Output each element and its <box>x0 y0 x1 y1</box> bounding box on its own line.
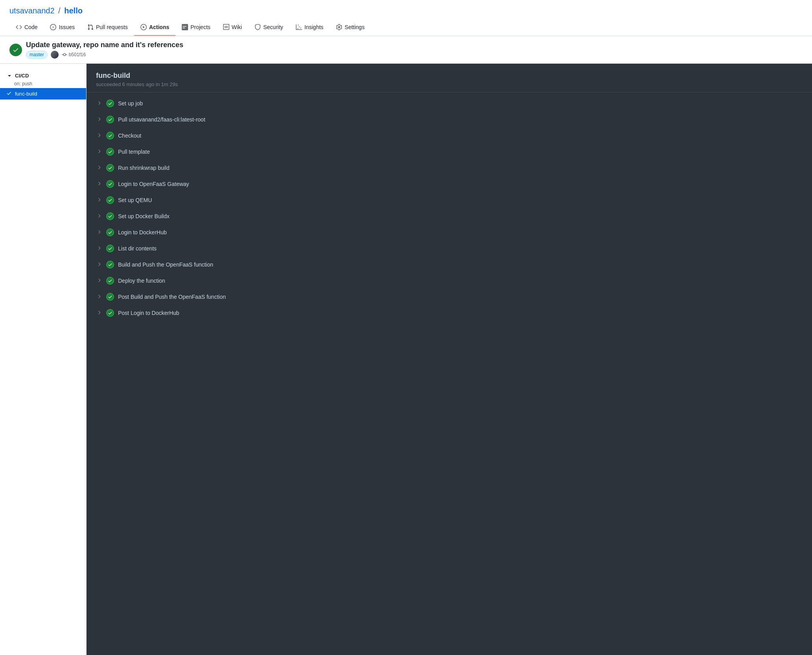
sidebar-group-cicd: CI/CD on: push <box>0 68 86 88</box>
nav-item-code[interactable]: Code <box>9 20 44 36</box>
func-build-meta: succeeded 6 minutes ago in 1m 29s <box>96 81 803 87</box>
chevron-right-icon <box>96 116 102 123</box>
step-success-icon <box>106 277 114 285</box>
step-item-pull-template[interactable]: Pull template <box>87 144 812 160</box>
nav-label-insights: Insights <box>304 24 323 30</box>
sidebar-group-label: CI/CD <box>15 73 29 79</box>
chevron-right-icon <box>96 261 102 268</box>
step-success-icon <box>106 132 114 140</box>
chevron-right-icon <box>96 278 102 284</box>
step-label-deploy-function: Deploy the function <box>118 278 165 284</box>
step-item-post-build-push[interactable]: Post Build and Push the OpenFaaS functio… <box>87 289 812 305</box>
commit-meta: master b501f16 <box>26 51 183 59</box>
actions-icon <box>140 24 147 30</box>
func-build-header: func-build succeeded 6 minutes ago in 1m… <box>87 64 812 92</box>
step-label-list-dir: List dir contents <box>118 245 157 252</box>
step-item-setup-docker-buildx[interactable]: Set up Docker Buildx <box>87 208 812 224</box>
sidebar-check-icon <box>6 90 12 97</box>
nav-label-projects: Projects <box>190 24 210 30</box>
step-item-checkout[interactable]: Checkout <box>87 128 812 144</box>
nav-item-settings[interactable]: Settings <box>330 20 371 36</box>
commit-hash: b501f16 <box>62 52 86 57</box>
step-label-run-shrinkwrap: Run shrinkwrap build <box>118 165 170 171</box>
step-label-checkout: Checkout <box>118 132 141 139</box>
breadcrumb: utsavanand2 / hello <box>9 0 803 15</box>
step-item-deploy-function[interactable]: Deploy the function <box>87 273 812 289</box>
projects-icon <box>182 24 188 30</box>
step-item-login-dockerhub[interactable]: Login to DockerHub <box>87 224 812 241</box>
nav-label-actions: Actions <box>149 24 169 30</box>
nav-item-actions[interactable]: Actions <box>134 20 175 36</box>
step-label-pull-template: Pull template <box>118 149 150 155</box>
step-success-icon <box>106 212 114 220</box>
step-item-login-openfaas[interactable]: Login to OpenFaaS Gateway <box>87 176 812 192</box>
step-label-login-openfaas: Login to OpenFaaS Gateway <box>118 181 189 187</box>
nav-item-insights[interactable]: Insights <box>290 20 330 36</box>
step-item-pull-faas[interactable]: Pull utsavanand2/faas-cli:latest-root <box>87 112 812 128</box>
wiki-icon <box>223 24 229 30</box>
sidebar-group-sublabel: on: push <box>0 81 86 86</box>
step-item-run-shrinkwrap[interactable]: Run shrinkwrap build <box>87 160 812 176</box>
step-label-post-build-push: Post Build and Push the OpenFaaS functio… <box>118 294 226 300</box>
nav-item-projects[interactable]: Projects <box>175 20 217 36</box>
nav-item-issues[interactable]: Issues <box>44 20 81 36</box>
nav-label-pull-requests: Pull requests <box>96 24 128 30</box>
chevron-right-icon <box>96 245 102 252</box>
settings-icon <box>336 24 342 30</box>
branch-badge[interactable]: master <box>26 51 48 59</box>
nav-label-wiki: Wiki <box>232 24 242 30</box>
nav-item-wiki[interactable]: Wiki <box>217 20 248 36</box>
main-nav: Code Issues Pull requests Actions <box>9 20 803 36</box>
step-label-login-dockerhub: Login to DockerHub <box>118 229 167 236</box>
code-icon <box>16 24 22 30</box>
step-success-icon <box>106 293 114 301</box>
step-success-icon <box>106 309 114 317</box>
chevron-right-icon <box>96 165 102 171</box>
breadcrumb-user[interactable]: utsavanand2 <box>9 6 55 15</box>
step-label-setup-qemu: Set up QEMU <box>118 197 152 203</box>
chevron-right-icon <box>96 197 102 204</box>
sidebar-item-func-build[interactable]: func-build <box>0 88 86 99</box>
step-success-icon <box>106 148 114 156</box>
commit-title: Update gateway, repo name and it's refer… <box>26 41 183 49</box>
step-success-icon <box>106 245 114 252</box>
nav-label-settings: Settings <box>345 24 365 30</box>
nav-item-security[interactable]: Security <box>248 20 290 36</box>
sidebar: CI/CD on: push func-build <box>0 64 87 655</box>
step-label-setup-docker-buildx: Set up Docker Buildx <box>118 213 170 219</box>
chevron-right-icon <box>96 132 102 139</box>
content-area: func-build succeeded 6 minutes ago in 1m… <box>87 64 812 655</box>
breadcrumb-repo[interactable]: hello <box>64 6 83 15</box>
step-item-post-login-dockerhub[interactable]: Post Login to DockerHub <box>87 305 812 321</box>
steps-list: Set up job Pull utsavanand2/faas-cli:lat… <box>87 92 812 324</box>
nav-label-code: Code <box>24 24 37 30</box>
pr-icon <box>87 24 94 30</box>
chevron-right-icon <box>96 149 102 155</box>
breadcrumb-separator: / <box>58 6 61 15</box>
step-item-setup-qemu[interactable]: Set up QEMU <box>87 192 812 208</box>
commit-info: Update gateway, repo name and it's refer… <box>26 41 183 59</box>
step-success-icon <box>106 228 114 236</box>
page-header: utsavanand2 / hello Code Issues Pull req… <box>0 0 812 36</box>
chevron-right-icon <box>96 294 102 300</box>
chevron-right-icon <box>96 181 102 188</box>
step-label-build-push-openfaas: Build and Push the OpenFaaS function <box>118 261 213 268</box>
step-success-icon <box>106 196 114 204</box>
insights-icon <box>296 24 302 30</box>
commit-bar: Update gateway, repo name and it's refer… <box>0 36 812 64</box>
nav-label-security: Security <box>263 24 283 30</box>
step-item-set-up-job[interactable]: Set up job <box>87 96 812 112</box>
step-item-list-dir[interactable]: List dir contents <box>87 241 812 257</box>
step-success-icon <box>106 164 114 172</box>
chevron-down-icon <box>6 72 13 79</box>
nav-item-pull-requests[interactable]: Pull requests <box>81 20 134 36</box>
chevron-right-icon <box>96 213 102 220</box>
chevron-right-icon <box>96 310 102 316</box>
chevron-right-icon <box>96 100 102 107</box>
step-success-icon <box>106 116 114 123</box>
step-item-build-push-openfaas[interactable]: Build and Push the OpenFaaS function <box>87 257 812 273</box>
chevron-right-icon <box>96 229 102 236</box>
sidebar-group-header[interactable]: CI/CD <box>0 70 86 81</box>
sidebar-item-label: func-build <box>15 91 37 97</box>
func-build-title: func-build <box>96 72 803 80</box>
